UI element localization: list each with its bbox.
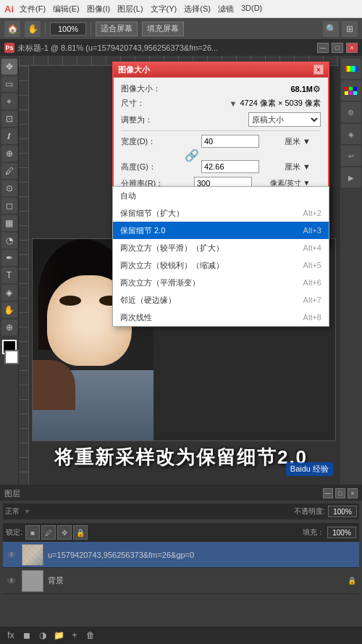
dropdown-label-7: 两次线性 xyxy=(120,312,303,323)
browser-nav: 文件(F) 编辑(E) 图像(I) 图层(L) 文字(Y) 选择(S) 滤镜 3… xyxy=(20,4,262,14)
gear-settings-icon[interactable]: ⚙ xyxy=(313,84,321,94)
height-unit-select[interactable]: 厘米 ▼ xyxy=(285,162,321,172)
width-row: 宽度(D)： 厘米 ▼ xyxy=(121,135,321,148)
resample-dropdown-menu: 自动 保留细节（扩大） Alt+2 保留细节 2.0 Alt+3 两次立方（较平… xyxy=(112,186,329,327)
dropdown-item-4[interactable]: 两次立方（较锐利）（缩减） Alt+5 xyxy=(113,256,329,274)
dropdown-shortcut-3: Alt+4 xyxy=(303,243,321,252)
dropdown-label-3: 两次立方（较平滑）（扩大） xyxy=(120,243,303,254)
dialog-title-text: 图像大小 xyxy=(118,64,150,75)
dimensions-label: 尺寸： xyxy=(121,98,179,109)
dropdown-item-7[interactable]: 两次线性 Alt+8 xyxy=(113,309,329,326)
nav-edit[interactable]: 编辑(E) xyxy=(53,4,80,14)
filesize-row: 图像大小： 68.1M ⚙ xyxy=(121,83,321,94)
dropdown-item-auto[interactable]: 自动 xyxy=(113,187,329,204)
browser-topbar: Ai 文件(F) 编辑(E) 图像(I) 图层(L) 文字(Y) 选择(S) 滤… xyxy=(0,0,362,18)
fit-select[interactable]: 原稿大小 xyxy=(248,112,321,127)
dropdown-item-3[interactable]: 两次立方（较平滑）（扩大） Alt+4 xyxy=(113,239,329,256)
filesize-label: 图像大小： xyxy=(121,83,179,94)
dropdown-label-4: 两次立方（较锐利）（缩减） xyxy=(120,260,303,271)
dialog-close-btn[interactable]: × xyxy=(313,64,324,75)
dropdown-shortcut-6: Alt+7 xyxy=(303,296,321,304)
dropdown-item-1[interactable]: 保留细节（扩大） Alt+2 xyxy=(113,204,329,222)
height-row: 高度(G)： 厘米 ▼ xyxy=(121,160,321,173)
nav-3d[interactable]: 3D(D) xyxy=(241,4,262,14)
dialog-separator-1 xyxy=(121,130,321,131)
dialog-overlay: 图像大小 × 图像大小： 68.1M ⚙ 尺寸： ▼ 4724 像素 × 503… xyxy=(0,18,362,644)
fit-label: 调整为： xyxy=(121,114,179,125)
dropdown-item-2[interactable]: 保留细节 2.0 Alt+3 xyxy=(113,222,329,239)
dropdown-label-1: 保留细节（扩大） xyxy=(120,208,303,219)
height-label: 高度(G)： xyxy=(121,162,179,172)
fit-row: 调整为： 原稿大小 xyxy=(121,112,321,127)
dimensions-row: 尺寸： ▼ 4724 像素 × 5039 像素 xyxy=(121,98,321,109)
dropdown-shortcut-5: Alt+6 xyxy=(303,278,321,287)
photoshop-window: 🏠 ✋ 适合屏幕 填充屏幕 🔍 ⊞ Ps 未标题-1 @ 8.81% (u=15… xyxy=(0,18,362,644)
width-label: 宽度(D)： xyxy=(121,136,179,147)
dropdown-label-5: 两次立方（平滑渐变） xyxy=(120,277,303,288)
width-input[interactable] xyxy=(201,135,259,148)
nav-select[interactable]: 选择(S) xyxy=(184,4,211,14)
dropdown-shortcut-4: Alt+5 xyxy=(303,261,321,269)
nav-layer[interactable]: 图层(L) xyxy=(117,4,143,14)
dropdown-shortcut-7: Alt+8 xyxy=(303,313,321,322)
browser-logo: Ai xyxy=(4,4,14,14)
dimensions-value: 4724 像素 × 5039 像素 xyxy=(240,98,321,109)
height-input[interactable] xyxy=(201,160,259,173)
nav-image[interactable]: 图像(I) xyxy=(87,4,110,14)
filesize-value: 68.1M xyxy=(290,85,313,93)
nav-filter[interactable]: 滤镜 xyxy=(218,4,234,14)
dropdown-item-5[interactable]: 两次立方（平滑渐变） Alt+6 xyxy=(113,274,329,291)
nav-file[interactable]: 文件(F) xyxy=(20,4,46,14)
width-unit-select[interactable]: 厘米 ▼ xyxy=(285,136,321,147)
dropdown-label-6: 邻近（硬边缘） xyxy=(120,295,303,306)
dimensions-value-group: ▼ 4724 像素 × 5039 像素 xyxy=(230,98,321,109)
nav-text[interactable]: 文字(Y) xyxy=(151,4,177,14)
dropdown-label-2: 保留细节 2.0 xyxy=(120,225,303,236)
dropdown-shortcut-2: Alt+3 xyxy=(303,226,321,235)
dropdown-item-6[interactable]: 邻近（硬边缘） Alt+7 xyxy=(113,291,329,309)
dropdown-label-auto: 自动 xyxy=(120,191,321,201)
dialog-titlebar: 图像大小 × xyxy=(114,62,328,78)
dropdown-shortcut-1: Alt+2 xyxy=(303,209,321,217)
